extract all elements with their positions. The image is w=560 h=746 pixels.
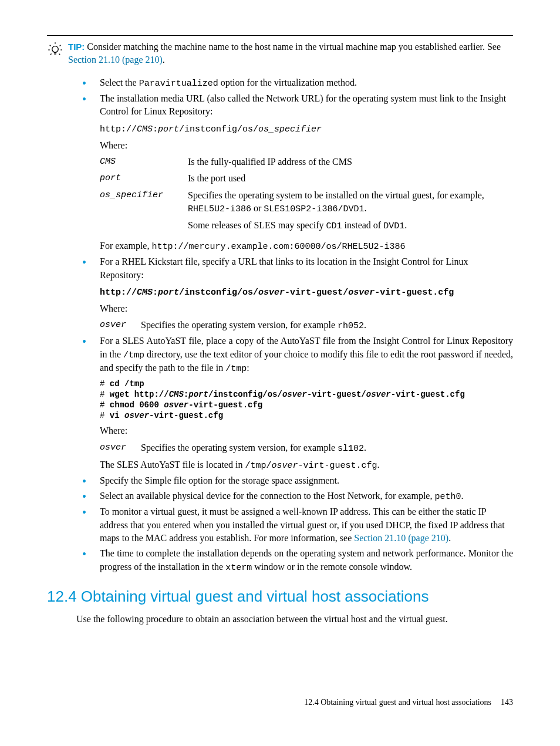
text: For a SLES AutoYaST file, place a copy o… bbox=[100, 335, 513, 374]
text: -virt-guest.cfg bbox=[375, 288, 454, 298]
bullet-list: Select the Paravirtualized option for th… bbox=[47, 76, 513, 574]
list-item: The installation media URL (also called … bbox=[47, 92, 513, 253]
definition-row: osver Specifies the operating system ver… bbox=[100, 441, 513, 455]
text: /instconfig/os/ bbox=[179, 288, 258, 298]
text: For a RHEL Kickstart file, specify a URL… bbox=[100, 255, 513, 282]
definition-desc: Is the port used bbox=[188, 172, 513, 185]
command: chmod 0600 bbox=[110, 400, 164, 410]
text: RHEL5U2-i386 bbox=[188, 204, 251, 214]
url-line: http://CMS:port/instconfig/os/os_specifi… bbox=[100, 122, 513, 136]
kickstart-url: http://CMS:port/instconfig/os/osver-virt… bbox=[100, 285, 513, 299]
definition-term: os_specifier bbox=[100, 189, 188, 201]
text: . bbox=[364, 320, 366, 330]
text: osver bbox=[258, 288, 285, 298]
list-item: Select an available physical device for … bbox=[47, 490, 513, 503]
text: Select the bbox=[100, 77, 139, 87]
section-heading: 12.4 Obtaining virtual guest and virtual… bbox=[47, 586, 513, 607]
code-inline: xterm bbox=[225, 563, 252, 573]
command: osver bbox=[124, 411, 149, 420]
command: CMS bbox=[169, 390, 184, 399]
text: directory, use the text editor of your c… bbox=[100, 349, 513, 373]
horizontal-rule bbox=[47, 35, 513, 36]
text: /tmp bbox=[225, 364, 247, 374]
text: or bbox=[251, 203, 264, 213]
command: -virt-guest.cfg bbox=[188, 400, 262, 410]
definition-row: osver Specifies the operating system ver… bbox=[100, 319, 513, 332]
text: : bbox=[247, 363, 249, 373]
text: The SLES AutoYaST file is located in bbox=[100, 460, 245, 470]
command: : bbox=[184, 390, 188, 399]
text: CMS bbox=[137, 288, 153, 298]
prompt: # bbox=[100, 400, 110, 410]
text: http://mercury.example.com:60000/os/RHEL… bbox=[151, 242, 405, 252]
list-item: For a RHEL Kickstart file, specify a URL… bbox=[47, 255, 513, 332]
text: osver bbox=[348, 288, 375, 298]
list-item: For a SLES AutoYaST file, place a copy o… bbox=[47, 335, 513, 472]
where-label: Where: bbox=[100, 424, 513, 437]
text: http:// bbox=[100, 124, 137, 134]
text: os_specifier bbox=[258, 124, 322, 134]
text: : bbox=[153, 288, 158, 298]
text: Select an available physical device for … bbox=[100, 491, 434, 501]
command: vi bbox=[110, 411, 124, 420]
text: osver bbox=[271, 461, 298, 471]
prompt: # bbox=[100, 411, 110, 420]
text: /tmp bbox=[123, 350, 144, 360]
text: CD1 bbox=[326, 221, 342, 231]
text: Specifies the operating system version, … bbox=[141, 320, 338, 330]
text: http:// bbox=[100, 288, 137, 298]
definition-term: CMS bbox=[100, 156, 188, 168]
text: option for the virtualization method. bbox=[218, 77, 357, 87]
text: /instconfig/os/ bbox=[179, 124, 258, 134]
example-line: For example, http://mercury.example.com:… bbox=[100, 239, 513, 253]
definition-term: port bbox=[100, 172, 188, 184]
svg-line-5 bbox=[50, 53, 52, 55]
text: . bbox=[448, 533, 451, 543]
code-inline: Paravirtualized bbox=[139, 79, 218, 89]
definition-desc: Is the fully-qualified IP address of the… bbox=[188, 156, 513, 168]
text: instead of bbox=[342, 220, 384, 230]
definition-term: osver bbox=[100, 319, 141, 332]
svg-line-2 bbox=[60, 45, 61, 46]
text: . bbox=[377, 460, 379, 470]
definition-desc: Specifies the operating system to be ins… bbox=[188, 189, 513, 236]
page-footer: 12.4 Obtaining virtual guest and virtual… bbox=[47, 697, 513, 708]
text: sl102 bbox=[338, 444, 364, 454]
text: Some releases of SLES may specify bbox=[188, 220, 326, 230]
location-line: The SLES AutoYaST file is located in /tm… bbox=[100, 458, 513, 472]
text: . bbox=[364, 203, 366, 213]
command: osver bbox=[366, 390, 391, 399]
text: . bbox=[364, 443, 366, 453]
prompt: # bbox=[100, 390, 110, 399]
text: . bbox=[404, 220, 407, 230]
code-inline: peth0 bbox=[434, 492, 461, 502]
tip-text-pre: Consider matching the machine name to th… bbox=[87, 42, 501, 52]
prompt: # bbox=[100, 379, 110, 389]
tip-label: TIP: bbox=[68, 42, 85, 52]
tip-callout: TIP: Consider matching the machine name … bbox=[47, 40, 513, 67]
list-item: The time to complete the installation de… bbox=[47, 547, 513, 573]
text: Specifies the operating system version, … bbox=[141, 443, 338, 453]
where-label: Where: bbox=[100, 139, 513, 152]
command: cd /tmp bbox=[110, 379, 144, 389]
tip-link[interactable]: Section 21.10 (page 210) bbox=[68, 55, 163, 65]
text: CMS bbox=[137, 124, 153, 134]
svg-line-1 bbox=[50, 45, 51, 46]
definition-desc: Specifies the operating system version, … bbox=[141, 319, 366, 332]
text: -virt-guest/ bbox=[285, 288, 348, 298]
command: -virt-guest/ bbox=[307, 390, 366, 399]
text: rh052 bbox=[338, 321, 364, 331]
command: osver bbox=[164, 400, 188, 410]
text: For example, bbox=[100, 241, 151, 251]
text: window or in the remote console window. bbox=[252, 562, 412, 572]
text: Specifies the operating system to be ins… bbox=[188, 190, 484, 200]
svg-line-6 bbox=[59, 53, 60, 55]
footer-title: 12.4 Obtaining virtual guest and virtual… bbox=[304, 697, 491, 708]
text: DVD1 bbox=[383, 221, 404, 231]
definition-row: CMS Is the fully-qualified IP address of… bbox=[100, 156, 513, 168]
list-item: Select the Paravirtualized option for th… bbox=[47, 76, 513, 90]
link[interactable]: Section 21.10 (page 210) bbox=[354, 533, 448, 543]
definition-desc: Specifies the operating system version, … bbox=[141, 441, 366, 455]
text: port bbox=[158, 124, 179, 134]
command: -virt-guest.cfg bbox=[391, 390, 465, 399]
